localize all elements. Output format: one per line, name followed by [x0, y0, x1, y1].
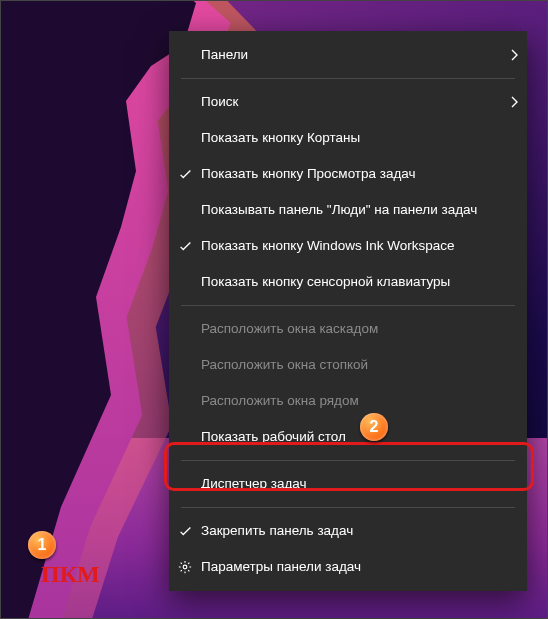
- menu-item-lock-taskbar[interactable]: Закрепить панель задач: [169, 513, 527, 549]
- menu-item-label: Показать кнопку Windows Ink Workspace: [201, 228, 501, 264]
- check-icon: [169, 240, 201, 253]
- menu-item-label: Панели: [201, 37, 501, 73]
- menu-item-stacked: Расположить окна стопкой: [169, 347, 527, 383]
- check-icon: [169, 168, 201, 181]
- chevron-right-icon: [501, 49, 527, 61]
- menu-separator: [181, 460, 515, 461]
- menu-item-label: Закрепить панель задач: [201, 513, 501, 549]
- menu-item-show-people[interactable]: Показывать панель "Люди" на панели задач: [169, 192, 527, 228]
- menu-item-label: Показать кнопку Кортаны: [201, 120, 501, 156]
- menu-item-show-ink[interactable]: Показать кнопку Windows Ink Workspace: [169, 228, 527, 264]
- menu-item-panels[interactable]: Панели: [169, 37, 527, 73]
- menu-separator: [181, 507, 515, 508]
- svg-point-0: [183, 565, 187, 569]
- menu-item-sidebyside: Расположить окна рядом: [169, 383, 527, 419]
- menu-item-label: Расположить окна каскадом: [201, 311, 501, 347]
- menu-item-label: Расположить окна стопкой: [201, 347, 501, 383]
- menu-item-search[interactable]: Поиск: [169, 84, 527, 120]
- menu-separator: [181, 305, 515, 306]
- menu-item-task-manager[interactable]: Диспетчер задач: [169, 466, 527, 502]
- menu-item-label: Поиск: [201, 84, 501, 120]
- menu-item-cascade: Расположить окна каскадом: [169, 311, 527, 347]
- menu-item-show-cortana[interactable]: Показать кнопку Кортаны: [169, 120, 527, 156]
- menu-item-label: Показать рабочий стол: [201, 419, 501, 455]
- chevron-right-icon: [501, 96, 527, 108]
- gear-icon: [169, 560, 201, 574]
- menu-item-show-touchkb[interactable]: Показать кнопку сенсорной клавиатуры: [169, 264, 527, 300]
- menu-item-label: Показывать панель "Люди" на панели задач: [201, 192, 501, 228]
- menu-item-label: Параметры панели задач: [201, 549, 501, 585]
- check-icon: [169, 525, 201, 538]
- menu-item-label: Диспетчер задач: [201, 466, 501, 502]
- menu-separator: [181, 78, 515, 79]
- menu-item-label: Показать кнопку Просмотра задач: [201, 156, 501, 192]
- menu-item-label: Показать кнопку сенсорной клавиатуры: [201, 264, 501, 300]
- menu-item-show-desktop[interactable]: Показать рабочий стол: [169, 419, 527, 455]
- menu-item-show-taskview[interactable]: Показать кнопку Просмотра задач: [169, 156, 527, 192]
- menu-item-taskbar-settings[interactable]: Параметры панели задач: [169, 549, 527, 585]
- taskbar-context-menu: ПанелиПоискПоказать кнопку КортаныПоказа…: [169, 31, 527, 591]
- menu-item-label: Расположить окна рядом: [201, 383, 501, 419]
